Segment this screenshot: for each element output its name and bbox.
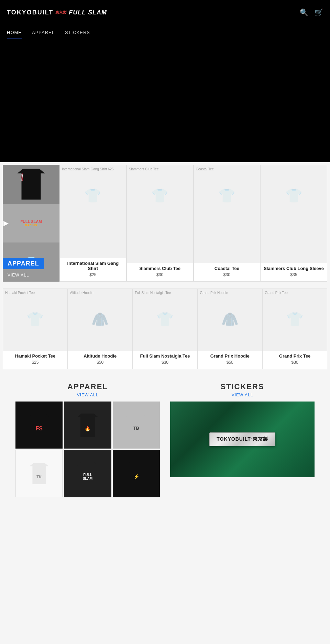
logo[interactable]: TOKYOBUILT 東京製 FULL SLAM [7,9,107,16]
nav-item-apparel[interactable]: APPAREL [32,25,55,38]
stickers-view-all-link[interactable]: VIEW ALL [170,393,315,397]
product-card-altitude[interactable]: Altitude Hoodie 🧥 Altitude Hoodie $50 [68,289,133,369]
product-6-title: Altitude Hoodie [71,353,130,359]
product-7-name-top: Full Slam Nostalgia Tee [135,291,171,295]
product-card-grand-prix-hoodie[interactable]: Grand Prix Hoodie 🧥 Grand Prix Hoodie $5… [197,289,262,369]
product-card-international-slam[interactable]: International Slam Gang Shirt 625 👕 Inte… [59,165,126,282]
product-5-title: Hamaki Pocket Tee [6,353,65,359]
product-9-name-top: Grand Prix Tee [265,291,288,295]
product-8-price: $50 [200,360,259,365]
product-card-grand-prix-tee[interactable]: Grand Prix Tee 👕 Grand Prix Tee $30 [262,289,327,369]
product-6-name-top: Altitude Hoodie [70,291,94,295]
product-row-1: International Slam Gang Shirt 625 👕 Inte… [59,165,327,282]
apparel-collection: APPAREL VIEW ALL FS 🔥 TB [15,382,160,497]
logo-jp-text: 東京製 [55,10,67,15]
product-2-price: $30 [130,272,190,277]
logo-tokyobuilt: TOKYOBUILT [7,9,53,16]
product-7-price: $30 [136,360,195,365]
apparel-label: APPAREL [3,258,44,269]
apparel-view-all[interactable]: VIEW ALL [8,273,29,278]
featured-row: 🇺🇸 FULL SLAM RACING 💎 ▶ APPAREL [3,165,327,282]
stickers-collection-title: STICKERS [170,382,315,391]
product-1-price: $25 [63,272,123,277]
product-3-title: Coastal Tee [197,266,257,271]
product-1-title: International Slam Gang Shirt [63,261,123,271]
product-2-name-top: Slammers Club Tee [129,167,159,171]
footer-collections: APPAREL VIEW ALL FS 🔥 TB [0,372,330,508]
products-section: 🇺🇸 FULL SLAM RACING 💎 ▶ APPAREL [0,162,330,372]
product-4-price: $35 [263,272,324,277]
apparel-item-4[interactable]: TK [15,450,63,497]
product-4-title: Slammers Club Long Sleeve [263,266,324,271]
apparel-item-6[interactable]: ⚡ [113,450,160,497]
product-9-price: $30 [265,360,324,365]
header: TOKYOBUILT 東京製 FULL SLAM 🔍 🛒 [0,0,330,25]
apparel-featured-tile[interactable]: 🇺🇸 FULL SLAM RACING 💎 ▶ APPAREL [3,165,59,282]
apparel-item-2[interactable]: 🔥 [64,402,111,449]
nav-item-home[interactable]: HOME [7,25,22,38]
search-icon[interactable]: 🔍 [300,8,308,16]
hero-banner [0,38,330,162]
apparel-grid: FS 🔥 TB TK FULLSLAM [15,402,160,497]
product-3-price: $30 [197,272,257,277]
product-5-name-top: Hamaki Pocket Tee [5,291,35,295]
product-3-name-top: Coastal Tee [196,167,214,171]
product-1-name-top: International Slam Gang Shirt 625 [62,167,114,171]
product-card-nostalgia[interactable]: Full Slam Nostalgia Tee 👕 Full Slam Nost… [133,289,198,369]
product-7-title: Full Slam Nostalgia Tee [136,353,195,359]
nav-item-stickers[interactable]: STICKERS [65,25,90,38]
sticker-text: TOKYOBUILT·東京製 [217,436,268,442]
product-8-name-top: Grand Prix Hoodie [200,291,228,295]
product-5-price: $25 [6,360,65,365]
header-icons: 🔍 🛒 [300,8,323,16]
carousel-prev-icon[interactable]: ▶ [3,219,8,227]
apparel-item-5[interactable]: FULLSLAM [64,450,111,497]
product-card-coastal-tee[interactable]: Coastal Tee 👕 Coastal Tee $30 [194,165,261,282]
apparel-view-all-link[interactable]: VIEW ALL [15,393,160,397]
stickers-collection: STICKERS VIEW ALL TOKYOBUILT·東京製 [170,382,315,497]
apparel-collection-title: APPAREL [15,382,160,391]
product-8-title: Grand Prix Hoodie [200,353,259,359]
cart-icon[interactable]: 🛒 [315,8,323,16]
product-row-2: Hamaki Pocket Tee 👕 Hamaki Pocket Tee $2… [3,289,327,369]
logo-fullslam: FULL SLAM [69,9,107,16]
apparel-item-1[interactable]: FS [15,402,63,449]
product-card-hamaki[interactable]: Hamaki Pocket Tee 👕 Hamaki Pocket Tee $2… [3,289,68,369]
apparel-item-3[interactable]: TB [113,402,160,449]
product-card-slammers-long[interactable]: 👕 Slammers Club Long Sleeve $35 [260,165,327,282]
product-9-title: Grand Prix Tee [265,353,324,359]
sticker-image-large[interactable]: TOKYOBUILT·東京製 [170,402,315,477]
product-6-price: $50 [71,360,130,365]
navigation: HOME APPAREL STICKERS [0,25,330,38]
product-2-title: Slammers Club Tee [130,266,190,271]
product-card-slammers-club[interactable]: Slammers Club Tee 👕 Slammers Club Tee $3… [126,165,194,282]
